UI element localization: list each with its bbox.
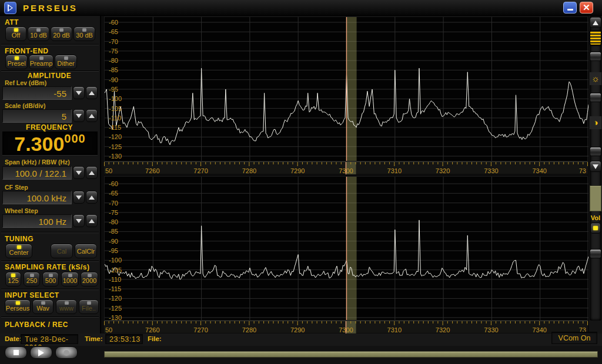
wheel-step-up-button[interactable] (86, 214, 98, 227)
svg-text:7340: 7340 (532, 167, 546, 174)
separator (1, 232, 99, 233)
dither-button[interactable]: Dither (55, 55, 77, 69)
control-sidebar: ATT Off 10 dB 20 dB 30 dB FRONT-END Pres… (0, 16, 101, 364)
spectrum-plot: -60-65-70-75-80-85-90-95-100-105-110-115… (105, 177, 588, 320)
svg-text:-80: -80 (109, 218, 118, 225)
rate-125-button[interactable]: 125 (5, 272, 21, 287)
ref-lev-up-button[interactable] (86, 86, 98, 99)
svg-text:7280: 7280 (242, 167, 256, 174)
att-header: ATT (5, 18, 19, 26)
arrow-down-icon (76, 196, 82, 200)
arrow-down-icon (76, 91, 82, 95)
att-10db-button[interactable]: 10 dB (28, 26, 49, 41)
span-down-button[interactable] (73, 166, 85, 179)
demod-spectrum-frequency-axis: 5072607270728072907300731073207330734073 (104, 321, 588, 333)
rate-250-button[interactable]: 250 (24, 272, 40, 287)
svg-text:-95: -95 (109, 86, 118, 93)
vcom-status: VCom On (551, 332, 597, 344)
demod-spectrum-display[interactable]: -60-65-70-75-80-85-90-95-100-105-110-115… (104, 176, 588, 321)
scale-label: Scale (dB/div) (5, 102, 45, 109)
svg-text:7310: 7310 (387, 167, 402, 174)
cf-step-field[interactable]: 100.0 kHz (2, 191, 72, 204)
app-window: PERSEUS ✕ ATT Off 10 dB 20 dB 30 dB FRON… (0, 0, 602, 364)
spectrum-plot: -60-65-70-75-80-85-90-95-100-105-110-115… (105, 17, 588, 161)
ref-lev-field[interactable]: -55 (2, 86, 72, 100)
slider-thumb[interactable] (590, 52, 601, 61)
close-icon: ✕ (583, 2, 590, 13)
presel-button[interactable]: Presel (5, 55, 28, 69)
wheel-step-down-button[interactable] (73, 214, 85, 227)
separator (1, 44, 99, 45)
date-label: Date: (5, 335, 22, 342)
frequency-header: FREQUENCY (0, 123, 99, 132)
frequency-display[interactable]: 7.300000 (2, 132, 98, 155)
tuning-header: TUNING (5, 235, 34, 243)
att-off-button[interactable]: Off (5, 26, 26, 41)
cal-button[interactable]: Cal (51, 244, 73, 258)
waterfall-palette-thumb[interactable] (590, 30, 601, 45)
svg-text:7330: 7330 (484, 167, 498, 174)
volume-slider-thumb[interactable] (590, 249, 601, 258)
svg-text:7290: 7290 (290, 167, 305, 174)
rate-500-button[interactable]: 500 (42, 272, 59, 287)
slider-thumb[interactable] (590, 147, 601, 156)
contrast-icon: ◑ (590, 116, 601, 129)
att-30db-button[interactable]: 30 dB (73, 26, 95, 41)
input-select-header: INPUT SELECT (5, 291, 59, 299)
svg-text:7320: 7320 (436, 326, 450, 333)
input-wav-button[interactable]: Wav (32, 299, 53, 314)
svg-text:-90: -90 (109, 238, 118, 245)
frequency-scrollbar[interactable] (104, 351, 598, 358)
right-slider-strip: ☼ ◑ Vol (589, 16, 602, 333)
scale-up-button[interactable] (86, 109, 98, 122)
att-20db-button[interactable]: 20 dB (51, 26, 72, 41)
arrow-up-icon (89, 171, 95, 175)
span-up-button[interactable] (86, 166, 98, 179)
input-file-button[interactable]: File.. (79, 299, 99, 314)
preamp-button[interactable]: Preamp (29, 55, 53, 69)
scale-field[interactable]: 5 (2, 109, 72, 123)
ref-lev-down-button[interactable] (73, 86, 85, 99)
play-button[interactable] (30, 346, 52, 359)
vol-mute-button[interactable] (590, 223, 601, 234)
stop-icon (14, 350, 19, 355)
input-www-button[interactable]: www (56, 299, 77, 314)
cf-step-down-button[interactable] (73, 191, 85, 204)
svg-text:-70: -70 (109, 200, 118, 207)
input-perseus-button[interactable]: Perseus (5, 299, 31, 314)
close-button[interactable]: ✕ (580, 2, 593, 14)
svg-text:-125: -125 (109, 143, 122, 150)
svg-text:-60: -60 (109, 19, 118, 26)
record-button[interactable] (55, 346, 78, 359)
svg-text:-105: -105 (109, 105, 122, 112)
rate-1000-button[interactable]: 1000 (61, 272, 79, 287)
wheel-step-field[interactable]: 100 Hz (2, 214, 72, 228)
arrow-up-icon (89, 114, 95, 118)
svg-text:-70: -70 (109, 38, 118, 45)
svg-text:-120: -120 (109, 133, 122, 140)
main-spectrum-frequency-axis: 5072607270728072907300731073207330734073 (104, 161, 588, 174)
stop-button[interactable] (5, 346, 27, 359)
svg-text:-100: -100 (109, 95, 122, 102)
scale-down-button[interactable] (73, 109, 85, 122)
passband-color-swatch (590, 186, 601, 211)
minimize-button[interactable] (563, 2, 577, 14)
rate-2000-button[interactable]: 2000 (81, 272, 98, 287)
arrow-up-icon (593, 21, 598, 25)
scroll-up-button[interactable] (590, 17, 601, 28)
scroll-down-button[interactable] (590, 161, 601, 172)
slider-thumb[interactable] (590, 93, 601, 102)
file-value (166, 334, 237, 344)
span-field[interactable]: 100.0 / 122.1 (2, 166, 72, 180)
separator (1, 316, 99, 318)
svg-text:50: 50 (105, 167, 112, 174)
time-label: Time: (85, 335, 102, 342)
arrow-down-icon (76, 114, 82, 118)
cf-step-up-button[interactable] (86, 191, 98, 204)
calclr-button[interactable]: CalClr (75, 244, 97, 258)
main-spectrum-display[interactable]: -60-65-70-75-80-85-90-95-100-105-110-115… (104, 16, 588, 161)
status-bar: Date: Tue 28-Dec-2010 Time: 23:53:13 Fil… (0, 333, 602, 346)
arrow-up-icon (89, 219, 95, 223)
tuning-center-button[interactable]: Center (5, 244, 32, 258)
svg-text:-75: -75 (109, 209, 118, 216)
